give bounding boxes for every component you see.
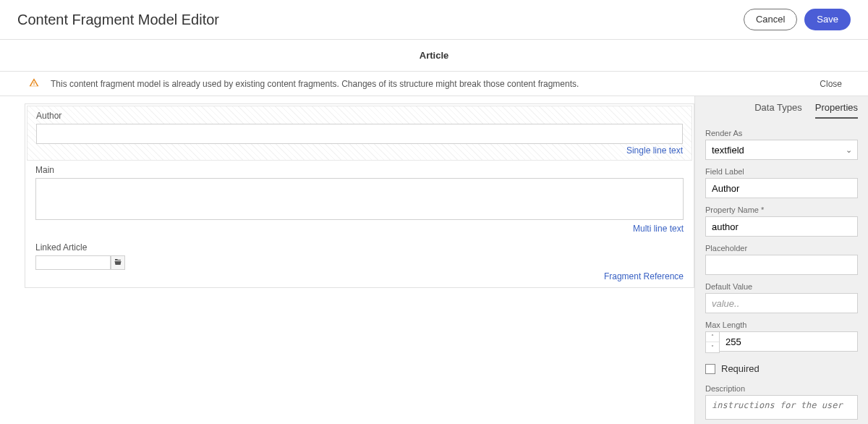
warning-icon <box>29 77 39 90</box>
canvas-field-label: Author <box>36 111 683 121</box>
save-button[interactable]: Save <box>804 9 851 30</box>
canvas-field-input[interactable] <box>36 124 683 144</box>
property-name-label: Property Name * <box>705 205 858 214</box>
canvas-path-input[interactable] <box>35 255 111 270</box>
tab-properties[interactable]: Properties <box>815 102 858 119</box>
browse-button[interactable] <box>111 255 125 270</box>
panel-tabs: Data Types Properties <box>705 102 858 119</box>
placeholder-input[interactable] <box>705 255 858 275</box>
max-length-stepper: ˄ ˅ <box>705 331 858 353</box>
stepper-up-icon[interactable]: ˄ <box>706 332 719 342</box>
warning-bar: This content fragment model is already u… <box>0 72 868 96</box>
canvas-field-type-tag: Multi line text <box>35 222 684 234</box>
default-value-input[interactable] <box>705 293 858 313</box>
canvas-field-label: Main <box>35 165 684 175</box>
canvas-field-linked-article[interactable]: Linked Article Fragment Reference <box>27 238 692 286</box>
default-value-label: Default Value <box>705 282 858 291</box>
model-canvas: Author Single line text Main Multi line … <box>25 103 694 288</box>
warning-close-button[interactable]: Close <box>820 79 851 89</box>
canvas-field-author[interactable]: Author Single line text <box>27 106 692 161</box>
field-label-input[interactable] <box>705 178 858 198</box>
required-checkbox[interactable] <box>705 364 715 374</box>
canvas-field-textarea[interactable] <box>35 178 684 220</box>
placeholder-label: Placeholder <box>705 244 858 253</box>
warning-text: This content fragment model is already u… <box>51 79 579 89</box>
canvas-wrap: Author Single line text Main Multi line … <box>0 96 694 424</box>
page-title: Content Fragment Model Editor <box>17 12 219 28</box>
editor-body: Author Single line text Main Multi line … <box>0 96 868 424</box>
canvas-field-label: Linked Article <box>35 242 684 253</box>
properties-panel: Data Types Properties Render As textfiel… <box>694 96 868 424</box>
folder-open-icon <box>114 258 122 268</box>
description-label: Description <box>705 384 858 393</box>
max-length-input[interactable] <box>720 331 858 352</box>
render-as-select[interactable]: textfield <box>705 140 858 160</box>
canvas-field-type-tag: Fragment Reference <box>35 270 684 281</box>
canvas-field-main[interactable]: Main Multi line text <box>27 161 692 238</box>
canvas-field-type-tag: Single line text <box>36 144 683 156</box>
max-length-label: Max Length <box>705 321 858 329</box>
stepper-down-icon[interactable]: ˅ <box>706 342 719 352</box>
render-as-label: Render As <box>705 129 858 137</box>
description-textarea[interactable] <box>705 395 858 420</box>
cancel-button[interactable]: Cancel <box>744 9 797 30</box>
editor-header: Content Fragment Model Editor Cancel Sav… <box>0 0 868 40</box>
property-name-input[interactable] <box>705 216 858 237</box>
header-actions: Cancel Save <box>744 9 851 30</box>
tab-data-types[interactable]: Data Types <box>754 102 802 119</box>
required-label[interactable]: Required <box>721 363 760 374</box>
model-name: Article <box>0 40 868 72</box>
field-label-label: Field Label <box>705 167 858 176</box>
